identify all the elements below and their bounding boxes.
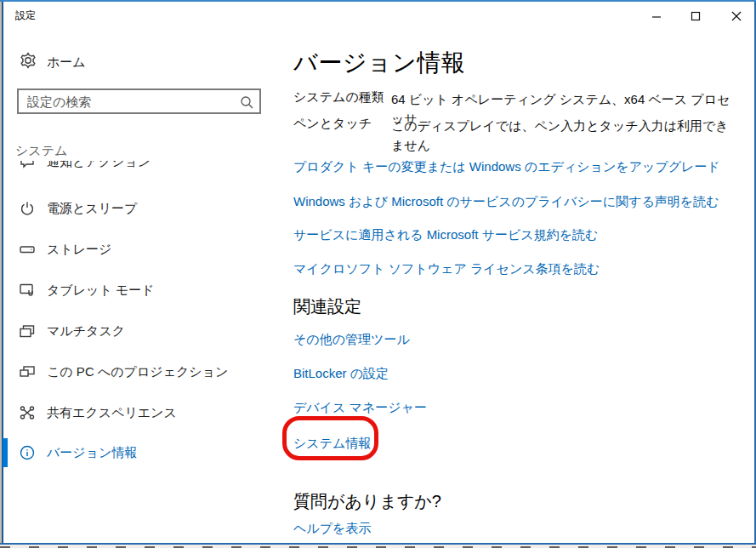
search-box [17, 88, 261, 114]
link-get-help[interactable]: ヘルプを表示 [293, 521, 371, 537]
about-page: バージョン情報 システムの種類 64 ビット オペレーティング システム、x64… [293, 29, 753, 543]
sidebar-item-home[interactable]: ホーム [3, 49, 259, 77]
spec-value: このディスプレイでは、ペン入力とタッチ入力は利用できません [391, 116, 735, 155]
shared-experiences-icon [19, 404, 36, 421]
sidebar-item-label: この PC へのプロジェクション [47, 364, 228, 380]
about-info-icon [19, 444, 36, 461]
window-title: 設定 [15, 9, 36, 23]
sidebar-item-label: マルチタスク [47, 323, 125, 340]
search-icon [239, 94, 254, 110]
close-button[interactable] [722, 5, 751, 27]
search-input[interactable] [19, 90, 259, 112]
sidebar-item-label: 電源とスリープ [47, 201, 137, 217]
sidebar-item-tablet-mode[interactable]: タブレット モード [3, 278, 284, 304]
tablet-mode-icon [19, 282, 36, 299]
related-settings-heading: 関連設定 [293, 295, 361, 318]
sidebar: ホーム システム 通知とアクション [3, 29, 289, 543]
gear-icon [19, 51, 37, 70]
sidebar-item-label: バージョン情報 [47, 445, 137, 461]
link-system-info[interactable]: システム情報 [293, 436, 371, 452]
sidebar-section-system: システム [15, 143, 67, 159]
sidebar-item-notifications[interactable]: 通知とアクション [3, 161, 284, 174]
maximize-icon [690, 10, 702, 22]
settings-window: 設定 ホーム [0, 0, 756, 548]
link-device-manager[interactable]: デバイス マネージャー [293, 400, 427, 416]
link-additional-admin-tools[interactable]: その他の管理ツール [293, 332, 410, 348]
sidebar-item-shared-experiences[interactable]: 共有エクスペリエンス [3, 401, 284, 426]
notifications-icon [19, 161, 36, 170]
sidebar-item-about[interactable]: バージョン情報 [3, 441, 284, 466]
link-license-terms[interactable]: マイクロソフト ソフトウェア ライセンス条項を読む [293, 261, 600, 277]
sidebar-item-label: 通知とアクション [47, 161, 151, 170]
sidebar-item-label: ホーム [47, 54, 86, 71]
spec-label: ペンとタッチ [293, 116, 372, 132]
link-bitlocker-settings[interactable]: BitLocker の設定 [293, 366, 389, 382]
minimize-button[interactable] [642, 5, 671, 27]
selected-item-accent-bar [3, 438, 8, 467]
multitasking-icon [19, 323, 36, 340]
sidebar-item-label: ストレージ [47, 242, 111, 258]
sidebar-item-storage[interactable]: ストレージ [3, 237, 284, 263]
projection-icon [19, 363, 36, 380]
page-title: バージョン情報 [293, 47, 465, 79]
link-change-product-key[interactable]: プロダクト キーの変更または Windows のエディションをアップグレード [293, 159, 720, 175]
titlebar: 設定 [3, 2, 754, 29]
sidebar-item-label: 共有エクスペリエンス [47, 405, 177, 421]
help-heading: 質問がありますか? [293, 490, 441, 513]
link-services-agreement[interactable]: サービスに適用される Microsoft サービス規約を読む [293, 227, 598, 243]
spec-label: システムの種類 [293, 89, 384, 106]
taskbar-edge [0, 545, 756, 548]
minimize-icon [651, 10, 662, 22]
storage-icon [19, 241, 36, 258]
maximize-button[interactable] [681, 5, 710, 27]
sidebar-item-label: タブレット モード [47, 283, 155, 299]
close-icon [730, 10, 742, 22]
sidebar-item-multitasking[interactable]: マルチタスク [3, 319, 284, 345]
sidebar-item-projecting[interactable]: この PC へのプロジェクション [3, 360, 284, 385]
sidebar-item-power-sleep[interactable]: 電源とスリープ [3, 197, 284, 222]
power-icon [19, 200, 36, 217]
link-privacy-statement[interactable]: Windows および Microsoft のサービスのプライバシーに関する声明… [293, 194, 719, 210]
